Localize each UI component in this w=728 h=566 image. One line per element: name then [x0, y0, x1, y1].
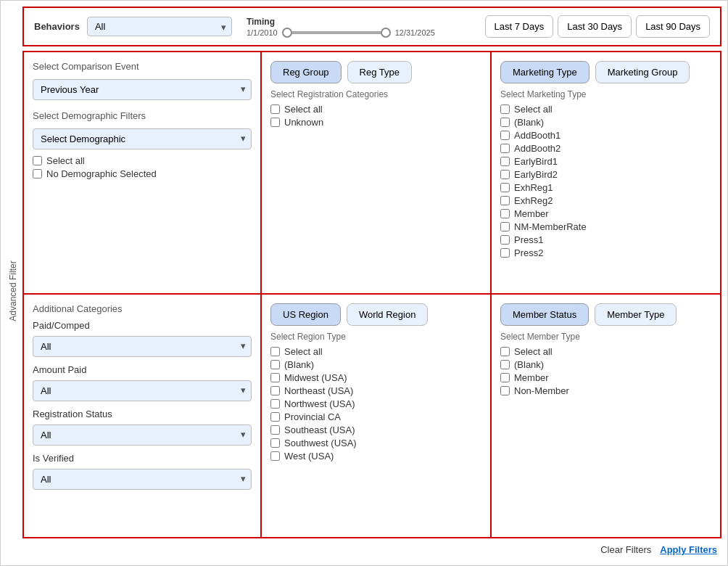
list-item-checkbox[interactable]	[500, 104, 510, 114]
btn-7days[interactable]: Last 7 Days	[485, 15, 554, 38]
tab-member-status[interactable]: Member Status	[500, 303, 589, 326]
behaviors-dropdown[interactable]: All	[87, 17, 232, 36]
list-item-checkbox[interactable]	[270, 438, 280, 448]
is-verified-dropdown[interactable]: All	[33, 469, 252, 490]
no-demographic-checkbox-item[interactable]: No Demographic Selected	[33, 168, 252, 179]
list-item[interactable]: Select all	[500, 346, 711, 357]
list-item[interactable]: EarlyBird1	[500, 156, 711, 167]
list-item-checkbox[interactable]	[270, 412, 280, 422]
list-item[interactable]: (Blank)	[500, 117, 711, 128]
list-item-checkbox[interactable]	[500, 347, 510, 356]
list-item[interactable]: ExhReg1	[500, 182, 711, 193]
list-item-label: Southwest (USA)	[284, 438, 357, 448]
list-item[interactable]: Unknown	[270, 117, 481, 128]
list-item-checkbox[interactable]	[500, 373, 510, 382]
marketing-tabs: Marketing Type Marketing Group	[500, 61, 711, 83]
list-item[interactable]: Southeast (USA)	[270, 424, 481, 435]
btn-90days[interactable]: Last 90 Days	[636, 15, 710, 38]
list-item-checkbox[interactable]	[500, 118, 510, 127]
reg-status-dropdown[interactable]: All	[33, 424, 252, 446]
tab-reg-group[interactable]: Reg Group	[270, 61, 342, 83]
list-item[interactable]: ExhReg2	[500, 195, 711, 206]
list-item[interactable]: Northeast (USA)	[270, 385, 481, 396]
time-buttons: Last 7 Days Last 30 Days Last 90 Days	[485, 15, 710, 38]
list-item[interactable]: Northwest (USA)	[270, 398, 481, 409]
behaviors-label: Behaviors	[34, 21, 80, 32]
list-item[interactable]: Member	[500, 372, 711, 383]
list-item-checkbox[interactable]	[500, 222, 510, 231]
list-item-checkbox[interactable]	[270, 347, 280, 356]
tab-marketing-type[interactable]: Marketing Type	[500, 61, 590, 83]
slider-thumb-right[interactable]	[381, 28, 391, 38]
list-item-checkbox[interactable]	[270, 425, 280, 435]
list-item-checkbox[interactable]	[500, 196, 510, 205]
list-item-checkbox[interactable]	[500, 209, 510, 218]
select-all-checkbox-item[interactable]: Select all	[33, 155, 252, 166]
list-item[interactable]: Provincial CA	[270, 411, 481, 422]
tab-reg-type[interactable]: Reg Type	[347, 61, 412, 83]
list-item-checkbox[interactable]	[270, 373, 280, 382]
list-item-label: Press1	[514, 234, 543, 245]
list-item-checkbox[interactable]	[270, 118, 280, 127]
behaviors-section: Behaviors All	[34, 17, 232, 36]
list-item-label: (Blank)	[514, 117, 544, 128]
list-item[interactable]: Press1	[500, 234, 711, 245]
select-all-checkbox[interactable]	[33, 156, 42, 165]
slider-thumb-left[interactable]	[282, 28, 292, 38]
list-item-checkbox[interactable]	[500, 131, 510, 140]
list-item-label: EarlyBird2	[514, 169, 558, 180]
range-slider-track[interactable]	[282, 31, 391, 34]
list-item[interactable]: EarlyBird2	[500, 169, 711, 180]
list-item-checkbox[interactable]	[500, 170, 510, 179]
list-item[interactable]: NM-MemberRate	[500, 221, 711, 232]
list-item-label: EarlyBird1	[514, 156, 558, 167]
apply-filters-button[interactable]: Apply Filters	[660, 544, 717, 555]
btn-30days[interactable]: Last 30 Days	[558, 15, 632, 38]
list-item[interactable]: (Blank)	[500, 359, 711, 370]
list-item[interactable]: (Blank)	[270, 359, 481, 370]
list-item-label: Non-Member	[514, 385, 569, 396]
clear-filters-button[interactable]: Clear Filters	[600, 544, 651, 555]
list-item-checkbox[interactable]	[500, 248, 510, 258]
demographic-checkboxes: Select all No Demographic Selected	[33, 155, 252, 179]
list-item[interactable]: Select all	[270, 346, 481, 357]
list-item[interactable]: Select all	[500, 104, 711, 115]
list-item[interactable]: Midwest (USA)	[270, 372, 481, 383]
amount-paid-dropdown[interactable]: All	[33, 380, 252, 401]
tab-marketing-group[interactable]: Marketing Group	[595, 61, 690, 83]
no-demographic-checkbox[interactable]	[33, 169, 42, 179]
amount-paid-label: Amount Paid	[33, 364, 252, 375]
region-cell: US Region World Region Select Region Typ…	[262, 295, 492, 538]
list-item-checkbox[interactable]	[500, 386, 510, 395]
additional-cell: Additional Categories Paid/Comped All Am…	[22, 295, 262, 538]
list-item-checkbox[interactable]	[270, 360, 280, 369]
paid-comped-dropdown[interactable]: All	[33, 336, 252, 357]
comparison-dropdown[interactable]: Previous Year	[33, 79, 252, 100]
list-item[interactable]: Press2	[500, 247, 711, 258]
marketing-checkbox-list: Select all(Blank)AddBooth1AddBooth2Early…	[500, 104, 711, 258]
is-verified-label: Is Verified	[33, 453, 252, 464]
list-item-checkbox[interactable]	[500, 183, 510, 192]
tab-us-region[interactable]: US Region	[270, 303, 341, 326]
list-item[interactable]: Member	[500, 208, 711, 219]
list-item-checkbox[interactable]	[500, 157, 510, 166]
list-item[interactable]: Non-Member	[500, 385, 711, 396]
list-item[interactable]: Select all	[270, 104, 481, 115]
list-item-checkbox[interactable]	[500, 235, 510, 245]
list-item-checkbox[interactable]	[500, 360, 510, 369]
list-item-checkbox[interactable]	[270, 399, 280, 409]
list-item[interactable]: AddBooth1	[500, 130, 711, 141]
tab-member-type[interactable]: Member Type	[595, 303, 677, 326]
list-item[interactable]: West (USA)	[270, 451, 481, 462]
registration-section-title: Select Registration Categories	[270, 89, 481, 99]
tab-world-region[interactable]: World Region	[347, 303, 429, 326]
list-item-label: Northeast (USA)	[284, 385, 353, 396]
top-filter-box: Behaviors All Timing 1/1/2010 12/31/2025	[22, 7, 721, 46]
demographic-dropdown[interactable]: Select Demographic	[33, 128, 252, 149]
list-item-checkbox[interactable]	[270, 386, 280, 395]
list-item-checkbox[interactable]	[270, 451, 280, 461]
list-item[interactable]: AddBooth2	[500, 143, 711, 154]
list-item-checkbox[interactable]	[500, 144, 510, 153]
list-item-checkbox[interactable]	[270, 104, 280, 114]
list-item[interactable]: Southwest (USA)	[270, 438, 481, 448]
